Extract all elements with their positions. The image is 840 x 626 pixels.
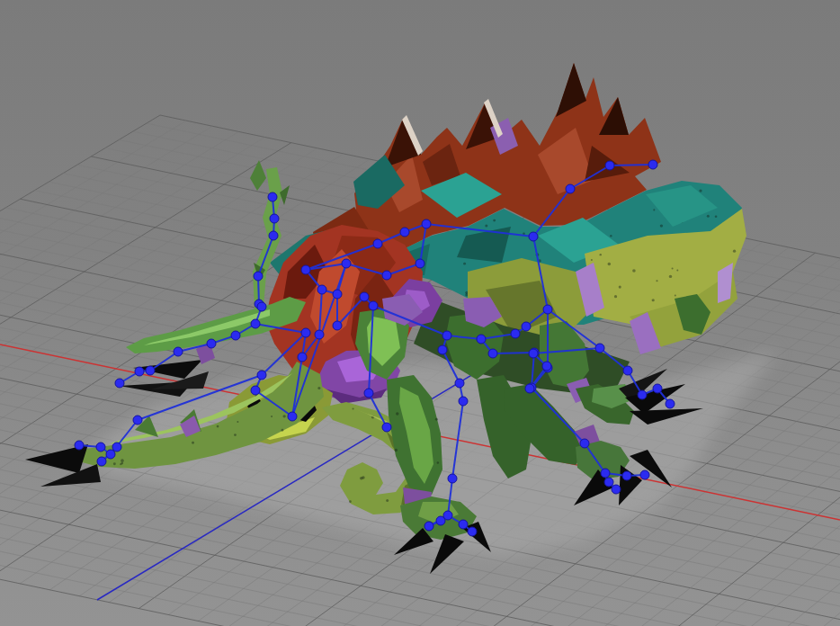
speckle-dot <box>591 259 593 261</box>
speckle-dot <box>234 434 237 436</box>
skeleton-joint[interactable] <box>529 232 538 241</box>
skeleton-joint[interactable] <box>459 397 468 406</box>
skeleton-joint[interactable] <box>268 192 277 201</box>
skeleton-joint[interactable] <box>443 511 452 520</box>
skeleton-joint[interactable] <box>360 292 369 301</box>
scene-svg <box>0 0 840 626</box>
skeleton-joint[interactable] <box>653 384 662 393</box>
speckle-dot <box>660 224 663 227</box>
skeleton-joint[interactable] <box>115 379 124 388</box>
skeleton-joint[interactable] <box>269 231 278 240</box>
skeleton-joint[interactable] <box>525 384 534 393</box>
speckle-dot <box>632 269 636 273</box>
skeleton-joint[interactable] <box>604 478 613 487</box>
skeleton-joint[interactable] <box>207 339 216 348</box>
speckle-dot <box>353 407 354 409</box>
skeleton-joint[interactable] <box>106 450 115 459</box>
skeleton-joint[interactable] <box>97 457 106 466</box>
skeleton-joint[interactable] <box>648 160 657 169</box>
skeleton-joint[interactable] <box>315 330 324 339</box>
speckle-dot <box>610 235 612 237</box>
skeleton-joint[interactable] <box>543 305 552 314</box>
skeleton-joint[interactable] <box>333 321 342 330</box>
skeleton-joint[interactable] <box>448 474 457 483</box>
speckle-dot <box>437 461 439 463</box>
skeleton-joint[interactable] <box>342 259 351 268</box>
skeleton-joint[interactable] <box>96 443 105 452</box>
speckle-dot <box>653 209 655 210</box>
speckle-dot <box>394 449 398 452</box>
skeleton-joint[interactable] <box>317 285 326 294</box>
skeleton-joint[interactable] <box>400 228 409 237</box>
skeleton-joint[interactable] <box>135 367 144 376</box>
speckle-dot <box>317 387 320 389</box>
speckle-dot <box>282 415 285 417</box>
skeleton-joint[interactable] <box>438 345 447 354</box>
skeleton-joint[interactable] <box>666 399 675 408</box>
speckle-dot <box>465 293 468 296</box>
skeleton-joint[interactable] <box>301 265 310 274</box>
skeleton-joint[interactable] <box>422 219 431 228</box>
speckle-dot <box>707 215 710 218</box>
skeleton-joint[interactable] <box>257 302 266 311</box>
skeleton-joint[interactable] <box>333 290 342 299</box>
bone-line <box>610 165 653 165</box>
skeleton-joint[interactable] <box>529 349 538 358</box>
speckle-dot <box>120 463 121 465</box>
skeleton-joint[interactable] <box>364 389 373 398</box>
speckle-dot <box>121 459 124 462</box>
skeleton-joint[interactable] <box>424 522 433 531</box>
speckle-dot <box>463 263 466 265</box>
skeleton-joint[interactable] <box>640 470 649 479</box>
skeleton-joint[interactable] <box>580 439 589 448</box>
speckle-dot <box>360 477 363 480</box>
speckle-dot <box>614 295 617 298</box>
skeleton-joint[interactable] <box>270 214 279 223</box>
skeleton-joint[interactable] <box>542 362 551 371</box>
skeleton-joint[interactable] <box>257 371 266 380</box>
speckle-dot <box>485 224 487 227</box>
skeleton-joint[interactable] <box>601 469 610 478</box>
skeleton-joint[interactable] <box>146 366 155 375</box>
skeleton-joint[interactable] <box>112 443 121 452</box>
skeleton-joint[interactable] <box>75 441 84 450</box>
skeleton-joint[interactable] <box>623 366 632 375</box>
skeleton-joint[interactable] <box>251 319 260 328</box>
skeleton-joint[interactable] <box>231 331 240 340</box>
skeleton-joint[interactable] <box>622 471 631 480</box>
skeleton-joint[interactable] <box>301 328 310 337</box>
skeleton-joint[interactable] <box>288 412 297 421</box>
bone-line <box>493 353 534 353</box>
skeleton-joint[interactable] <box>382 271 391 280</box>
speckle-dot <box>217 425 219 428</box>
speckle-dot <box>715 215 718 218</box>
skeleton-joint[interactable] <box>442 331 451 340</box>
skeleton-joint[interactable] <box>251 386 260 395</box>
skeleton-joint[interactable] <box>369 301 378 310</box>
skeleton-joint[interactable] <box>522 322 531 331</box>
skeleton-joint[interactable] <box>455 379 464 388</box>
speckle-dot <box>386 499 389 502</box>
speckle-dot <box>676 269 678 271</box>
skeleton-joint[interactable] <box>566 184 575 193</box>
viewport-3d[interactable] <box>0 0 840 626</box>
skeleton-joint[interactable] <box>298 353 307 362</box>
speckle-dot <box>652 299 655 301</box>
skeleton-joint[interactable] <box>459 520 468 529</box>
skeleton-joint[interactable] <box>468 527 477 536</box>
speckle-dot <box>675 295 676 297</box>
skeleton-joint[interactable] <box>254 272 263 281</box>
skeleton-joint[interactable] <box>488 349 497 358</box>
skeleton-joint[interactable] <box>511 329 520 338</box>
skeleton-joint[interactable] <box>612 485 621 494</box>
skeleton-joint[interactable] <box>373 239 382 248</box>
skeleton-joint[interactable] <box>133 416 142 425</box>
skeleton-joint[interactable] <box>174 347 183 356</box>
skeleton-joint[interactable] <box>595 344 604 353</box>
speckle-dot <box>733 250 736 253</box>
skeleton-joint[interactable] <box>638 390 647 399</box>
skeleton-joint[interactable] <box>605 161 614 170</box>
skeleton-joint[interactable] <box>416 259 424 268</box>
skeleton-joint[interactable] <box>477 335 486 344</box>
skeleton-joint[interactable] <box>382 423 391 432</box>
